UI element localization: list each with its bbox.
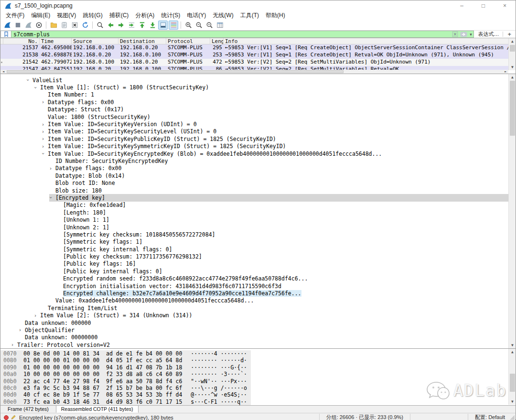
tree-row[interactable]: Item Value: ID=SecurityKeySymmetricKeyID…	[0, 143, 516, 150]
tree-row[interactable]: Datatype: Struct (0x17)	[0, 106, 516, 113]
tree-row[interactable]: Value: 1800 (StructSecurityKey)	[0, 113, 516, 120]
packet-row[interactable]: 21542462.799072192.168.0.100192.168.0.20…	[0, 59, 516, 66]
menu-item[interactable]: 工具(T)	[237, 11, 262, 21]
menu-item[interactable]: 视图(V)	[54, 11, 79, 21]
menu-item[interactable]: 统计(S)	[158, 11, 183, 21]
capture-start-icon[interactable]	[2, 21, 12, 30]
packet-list-horizontal-scrollbar[interactable]: ◄ ►	[0, 70, 508, 74]
tree-row[interactable]: [Unknown 2: 1]	[0, 224, 516, 231]
column-header-source[interactable]: Source	[72, 38, 118, 44]
tree-row[interactable]: [Symmetric key internal flags: 0]	[0, 246, 516, 253]
go-back-icon[interactable]	[106, 21, 115, 30]
menu-item[interactable]: 电话(Y)	[183, 11, 209, 21]
hex-row[interactable]: 00e073 fc ea b0 43 18 46 31 d4 d9 83 f6 …	[0, 398, 516, 405]
byte-view-tab[interactable]: Frame (472 bytes)	[2, 405, 54, 413]
go-to-packet-icon[interactable]	[127, 21, 136, 30]
tree-row[interactable]: Item Value: ID=SecurityKeySecurityLevel …	[0, 128, 516, 135]
resize-columns-icon[interactable]	[215, 21, 225, 30]
hex-row[interactable]: 007000 8e 0d 00 14 00 81 34 ad de e1 fe …	[0, 350, 516, 357]
menu-item[interactable]: 分析(A)	[132, 11, 158, 21]
capture-restart-icon[interactable]	[23, 21, 33, 30]
tree-row[interactable]: [Encrypted key]	[0, 194, 516, 201]
find-packet-icon[interactable]	[95, 21, 105, 30]
tree-row[interactable]: Item Value [2]: (Struct) = 314 (Unknown …	[0, 312, 516, 319]
tree-row[interactable]: Blob root ID: None	[0, 179, 516, 186]
minimize-button[interactable]: –	[451, 0, 473, 11]
hex-row[interactable]: 00c0e3 fa 9c 5c b3 94 88 67 2f 15 b7 be …	[0, 385, 516, 391]
file-open-icon[interactable]	[49, 21, 58, 30]
expand-arrow-icon[interactable]	[49, 195, 55, 200]
display-filter-input[interactable]	[11, 31, 451, 38]
collapse-arrow-icon[interactable]	[42, 136, 48, 141]
tree-row[interactable]: Data unknown: 000000	[0, 319, 516, 326]
collapse-arrow-icon[interactable]	[34, 313, 40, 318]
expand-arrow-icon[interactable]	[42, 151, 48, 156]
file-close-icon[interactable]	[70, 21, 79, 30]
expand-arrow-icon[interactable]	[26, 77, 32, 83]
zoom-in-icon[interactable]	[183, 21, 193, 30]
column-header-no[interactable]: No.	[3, 38, 40, 44]
auto-scroll-icon[interactable]	[158, 21, 168, 30]
expand-arrow-icon[interactable]	[34, 85, 40, 90]
capture-stop-icon[interactable]	[13, 21, 22, 30]
capture-comment-icon[interactable]	[11, 414, 16, 420]
packet-list-vertical-scrollbar[interactable]: ▲ ▼	[508, 38, 516, 70]
tree-row[interactable]: Terminating Item/List	[0, 304, 516, 312]
tree-row[interactable]: Item Value: ID=SecurityKeyPublicKeyID (S…	[0, 135, 516, 142]
menu-item[interactable]: 跳转(G)	[79, 11, 106, 21]
hex-row[interactable]: 009001 00 00 00 00 00 00 00 94 16 d1 47 …	[0, 364, 516, 371]
tree-row[interactable]: Datatype: Blob (0x14)	[0, 172, 516, 179]
go-forward-icon[interactable]	[116, 21, 126, 30]
tree-row[interactable]: Encrypted random seed: f233d8a8c6c460892…	[0, 275, 516, 282]
status-profile[interactable]: 配置: Default	[468, 414, 510, 420]
bytes-vertical-scrollbar[interactable]: ▲ ▼	[508, 349, 516, 405]
tree-row[interactable]: Trailer: Protocol version=V2	[0, 341, 516, 348]
tree-row[interactable]: Datatype flags: 0x00	[0, 98, 516, 106]
expert-info-icon[interactable]	[4, 415, 9, 420]
column-header-protocol[interactable]: Protocol	[166, 38, 210, 44]
tree-row[interactable]: [Unknown 1: 1]	[0, 216, 516, 223]
collapse-arrow-icon[interactable]	[42, 99, 48, 105]
tree-row[interactable]: [Length: 180]	[0, 209, 516, 216]
tree-row[interactable]: Encryption initialisation vector: 431846…	[0, 282, 516, 290]
tree-row[interactable]: ValueList	[0, 76, 516, 84]
collapse-arrow-icon[interactable]	[19, 327, 25, 333]
tree-row[interactable]: [Public key flags: 16]	[0, 260, 516, 268]
add-filter-button[interactable]: +	[503, 31, 516, 38]
column-header-time[interactable]: Time	[40, 38, 72, 44]
tree-row[interactable]: ObjectQualifier	[0, 326, 516, 334]
menu-item[interactable]: 帮助(H)	[262, 11, 289, 21]
collapse-arrow-icon[interactable]	[49, 166, 55, 171]
close-button[interactable]: ×	[494, 0, 516, 11]
hex-row[interactable]: 00a010 00 00 00 00 00 00 00 f2 33 d8 a8 …	[0, 371, 516, 377]
menu-item[interactable]: 文件(F)	[2, 11, 28, 21]
collapse-arrow-icon[interactable]	[42, 144, 48, 149]
filter-clear-icon[interactable]	[451, 31, 459, 37]
filter-dropdown-caret-icon[interactable]: ▾	[468, 32, 473, 37]
maximize-button[interactable]: □	[473, 0, 494, 11]
tree-row[interactable]: [Magic: 0xfee1dead]	[0, 202, 516, 209]
file-save-icon[interactable]	[59, 21, 69, 30]
hex-row[interactable]: 00d040 cf ec 8e b9 1f 5e 77 08 65 53 34 …	[0, 391, 516, 398]
tree-row[interactable]: Data unknown: 00000000	[0, 334, 516, 341]
hex-row[interactable]: 008001 00 00 00 01 00 00 00 d4 05 1f ec …	[0, 357, 516, 364]
menu-item[interactable]: 无线(W)	[209, 11, 236, 21]
packet-row[interactable]: 21537462.695008192.168.0.100192.168.0.20…	[0, 44, 516, 52]
tree-row[interactable]: ID Number: SecurityKeyEncryptedKey	[0, 157, 516, 164]
colorize-icon[interactable]	[169, 21, 178, 30]
zoom-reset-icon[interactable]	[204, 21, 214, 30]
tree-row[interactable]: Item Value: ID=SecurityKeyVersion (UDInt…	[0, 120, 516, 128]
tree-row[interactable]: Item Value [1]: (Struct) = 1800 (StructS…	[0, 84, 516, 91]
tree-row[interactable]: Item Value: ID=SecurityKeyEncryptedKey (…	[0, 150, 516, 157]
tree-row[interactable]: [Public key checksum: 173711735677629813…	[0, 253, 516, 260]
resize-grip[interactable]	[510, 415, 515, 420]
tree-row[interactable]: Value: 0xaddee1feb4000000010000000100000…	[0, 297, 516, 304]
go-last-icon[interactable]	[148, 21, 157, 30]
capture-options-icon[interactable]	[34, 21, 43, 30]
filter-bookmark-icon[interactable]	[0, 31, 11, 38]
detail-vertical-scrollbar[interactable]: ▲ ▼	[508, 74, 516, 348]
collapse-arrow-icon[interactable]	[42, 122, 48, 127]
byte-view-tab[interactable]: Reassembled COTP (411 bytes)	[56, 405, 139, 413]
tree-row[interactable]: [Public key internal flags: 0]	[0, 268, 516, 275]
tree-row[interactable]: Blob size: 180	[0, 187, 516, 194]
